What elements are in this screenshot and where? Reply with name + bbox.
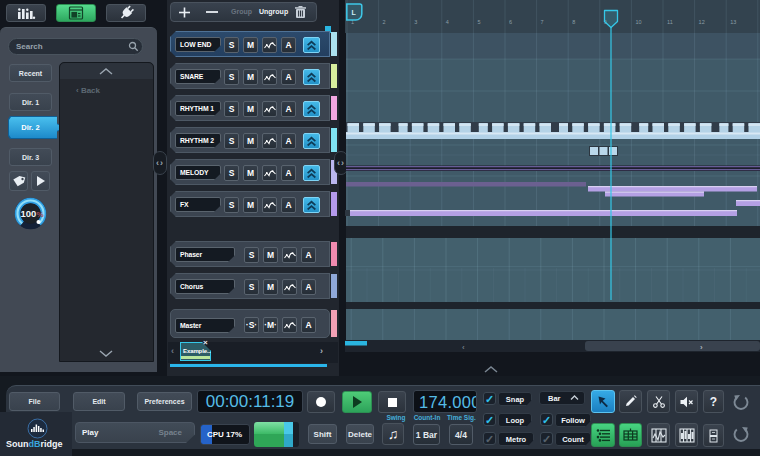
svg-text:‹: ‹ — [462, 343, 465, 352]
svg-text:L: L — [352, 9, 357, 16]
svg-text:%: % — [37, 210, 44, 219]
svg-text:6: 6 — [509, 19, 512, 25]
svg-text:8: 8 — [572, 19, 575, 25]
svg-text:12: 12 — [699, 19, 705, 25]
svg-text:11: 11 — [667, 19, 673, 25]
svg-text:2: 2 — [383, 19, 386, 25]
svg-text:›: › — [700, 343, 703, 352]
svg-text:3: 3 — [414, 19, 417, 25]
svg-text:13: 13 — [730, 19, 736, 25]
svg-text:7: 7 — [541, 19, 544, 25]
svg-text:100: 100 — [21, 208, 37, 219]
svg-text:4: 4 — [446, 19, 449, 25]
svg-text:5: 5 — [477, 19, 480, 25]
svg-text:10: 10 — [635, 19, 641, 25]
